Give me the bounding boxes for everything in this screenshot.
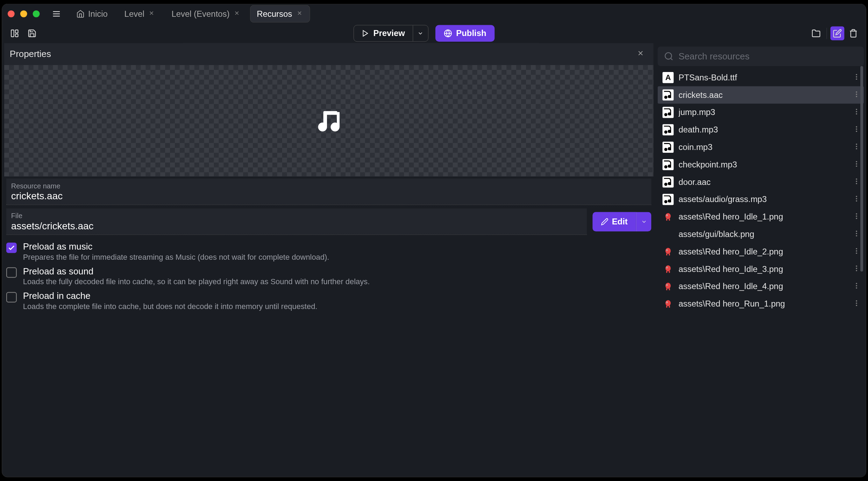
more-icon [855, 212, 858, 220]
svg-rect-83 [666, 306, 667, 308]
delete-button[interactable] [846, 26, 860, 40]
resource-preview [4, 65, 654, 177]
save-button[interactable] [25, 26, 39, 40]
resource-item[interactable]: APTSans-Bold.ttf [657, 69, 864, 86]
main-menu-button[interactable] [49, 7, 63, 21]
resource-more-button[interactable] [854, 89, 859, 101]
tab-recursos[interactable]: Recursos [250, 5, 310, 23]
resource-name: assets\Red hero_Run_1.png [678, 299, 849, 309]
more-icon [855, 160, 858, 168]
file-input[interactable] [11, 220, 582, 232]
tab-inicio[interactable]: Inicio [69, 5, 115, 23]
sprite-icon [663, 265, 673, 274]
resource-item[interactable]: jump.mp3 [657, 104, 864, 121]
resource-more-button[interactable] [854, 281, 859, 293]
svg-point-80 [666, 300, 671, 306]
open-folder-button[interactable] [809, 26, 823, 40]
svg-point-35 [856, 148, 857, 150]
resource-item[interactable]: assets\Red hero_Idle_3.png [657, 260, 864, 278]
close-window-button[interactable] [8, 10, 15, 17]
checkbox[interactable] [6, 292, 17, 302]
minimize-window-button[interactable] [20, 10, 27, 17]
resource-item[interactable]: assets\Red hero_Idle_2.png [657, 243, 864, 260]
resources-panel: APTSans-Bold.ttfcrickets.aacjump.mp3deat… [655, 43, 866, 477]
tab-bar: InicioLevelLevel (Eventos)Recursos [66, 5, 310, 23]
resource-more-button[interactable] [854, 107, 859, 119]
resource-more-button[interactable] [854, 246, 859, 258]
properties-panel: Properties Resource name [2, 43, 655, 477]
resource-more-button[interactable] [854, 124, 859, 136]
resource-more-button[interactable] [854, 141, 859, 153]
search-input[interactable] [678, 51, 858, 62]
svg-line-20 [671, 58, 673, 60]
resource-item[interactable]: assets/audio/grass.mp3 [657, 191, 864, 208]
svg-rect-67 [666, 271, 667, 273]
scrollbar[interactable] [860, 66, 863, 272]
file-field[interactable]: File [6, 208, 587, 235]
resource-item[interactable]: assets\Red hero_Run_1.png [657, 295, 864, 313]
edit-dropdown[interactable] [636, 212, 652, 231]
maximize-window-button[interactable] [33, 10, 40, 17]
more-icon [855, 143, 858, 150]
svg-point-44 [856, 200, 857, 202]
svg-point-28 [856, 111, 857, 113]
file-row: File Edit [6, 208, 652, 235]
resource-name-input[interactable] [11, 190, 647, 202]
svg-rect-49 [669, 219, 670, 221]
resource-more-button[interactable] [854, 176, 859, 188]
preview-dropdown[interactable] [413, 25, 428, 41]
svg-point-69 [856, 265, 857, 267]
resource-more-button[interactable] [854, 159, 859, 171]
checkbox[interactable] [6, 243, 17, 253]
resource-item[interactable]: assets/gui/black.png [657, 225, 864, 243]
resource-name: PTSans-Bold.ttf [678, 73, 849, 82]
more-icon [855, 125, 858, 133]
tab-close-button[interactable] [296, 9, 303, 19]
tab-level[interactable]: Level [118, 5, 162, 23]
svg-point-63 [856, 252, 857, 254]
layout-button[interactable] [8, 26, 22, 40]
tab-level-eventos-[interactable]: Level (Eventos) [165, 5, 247, 23]
checkbox[interactable] [6, 267, 17, 278]
tab-close-button[interactable] [148, 9, 156, 19]
play-icon [362, 29, 369, 37]
resource-item[interactable]: assets\Red hero_Idle_4.png [657, 278, 864, 295]
audio-icon [662, 124, 674, 135]
resource-item[interactable]: checkpoint.mp3 [657, 156, 864, 173]
resource-name: assets\Red hero_Idle_4.png [678, 282, 849, 292]
edit-button[interactable]: Edit [592, 212, 636, 231]
resource-name-field[interactable]: Resource name [6, 179, 652, 205]
preview-button[interactable]: Preview [354, 25, 413, 41]
resource-item[interactable]: assets\Red hero_Idle_1.png [657, 208, 864, 225]
more-icon [855, 91, 858, 98]
svg-point-29 [856, 113, 857, 115]
svg-rect-68 [669, 271, 670, 273]
svg-point-56 [666, 248, 671, 254]
resource-item[interactable]: coin.mp3 [657, 138, 864, 156]
svg-rect-60 [669, 253, 670, 255]
resource-more-button[interactable] [854, 228, 859, 240]
resource-more-button[interactable] [854, 194, 859, 206]
edit-mode-button[interactable] [830, 26, 844, 40]
resource-more-button[interactable] [854, 298, 859, 310]
svg-point-22 [856, 76, 857, 78]
toolbar-divider [826, 28, 827, 39]
tab-close-button[interactable] [233, 9, 241, 19]
more-icon [855, 247, 858, 255]
resource-item[interactable]: crickets.aac [657, 86, 864, 104]
resource-more-button[interactable] [854, 263, 859, 275]
svg-point-50 [856, 213, 857, 215]
check-icon [8, 244, 15, 252]
resource-item[interactable]: death.mp3 [657, 121, 864, 138]
check-desc: Prepares the file for immediate streamin… [23, 253, 329, 262]
pencil-icon [601, 218, 609, 225]
svg-point-40 [856, 181, 857, 182]
resource-more-button[interactable] [854, 72, 859, 84]
publish-button[interactable]: Publish [435, 25, 495, 42]
resource-item[interactable]: door.aac [657, 173, 864, 191]
close-properties-button[interactable] [633, 47, 648, 61]
right-toolbar [809, 26, 860, 40]
resource-list[interactable]: APTSans-Bold.ttfcrickets.aacjump.mp3deat… [657, 69, 864, 313]
svg-point-41 [856, 183, 857, 184]
resource-more-button[interactable] [854, 211, 859, 223]
